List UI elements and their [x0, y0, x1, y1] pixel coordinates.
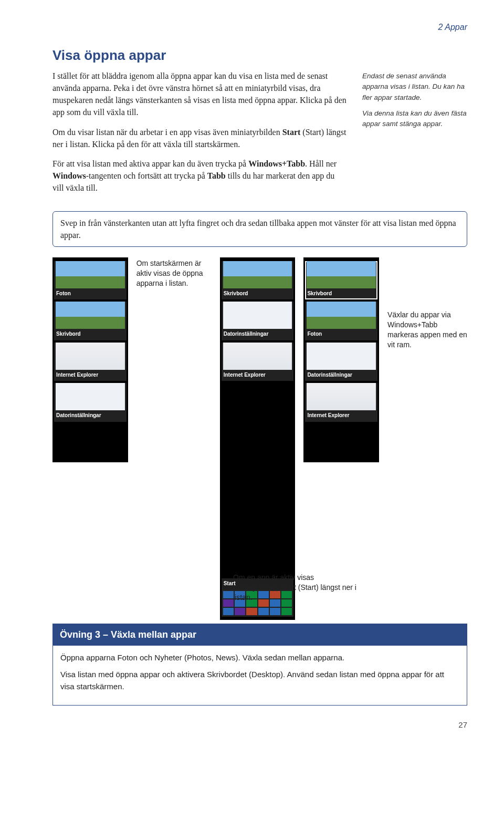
paragraph-2: Om du visar listan när du arbetar i en a…	[52, 126, 346, 150]
thumb-skrivbord: Skrivbord	[54, 302, 127, 340]
thumb-settings: Datorinställningar	[54, 383, 127, 422]
thumb-ie: Internet Explorer	[222, 343, 294, 381]
paragraph-3: För att visa listan med aktiva appar kan…	[52, 158, 346, 194]
thumb-label: Foton	[305, 329, 377, 340]
thumb-image	[56, 261, 125, 288]
thumb-ie: Internet Explorer	[54, 343, 127, 381]
side-note: Endast de senast använda apparna visas i…	[362, 46, 467, 201]
caption-tab: Växlar du appar via Windows+Tabb markera…	[387, 257, 467, 620]
thumb-foton: Foton	[54, 261, 127, 300]
thumb-skrivbord-selected: Skrivbord	[305, 261, 377, 300]
thumb-image	[56, 383, 125, 410]
thumb-label: Internet Explorer	[54, 370, 127, 381]
thumb-label: Datorinställningar	[54, 410, 127, 422]
exercise-box: Övning 3 – Växla mellan appar Öppna appa…	[52, 624, 467, 706]
thumb-label: Skrivbord	[305, 288, 377, 300]
thumb-label: Internet Explorer	[305, 410, 377, 422]
thumb-settings: Datorinställningar	[305, 343, 377, 381]
chapter-label: 2 Appar	[52, 21, 467, 33]
paragraph-1: I stället för att bläddra igenom alla öp…	[52, 70, 346, 119]
thumb-label: Internet Explorer	[222, 370, 294, 381]
thumb-image	[223, 343, 292, 370]
thumb-image	[307, 261, 376, 288]
app-switcher-strip-2: Skrivbord Datorinställningar Internet Ex…	[220, 257, 296, 620]
thumb-image	[223, 261, 292, 288]
exercise-body: Öppna apparna Foton och Nyheter (Photos,…	[52, 646, 467, 706]
thumb-label: Skrivbord	[222, 288, 294, 300]
tip-box: Svep in från vänsterkanten utan att lyft…	[52, 211, 467, 247]
thumb-image	[56, 302, 125, 329]
thumb-label: Datorinställningar	[305, 370, 377, 381]
thumb-image	[307, 343, 376, 370]
app-switcher-strip-1: Foton Skrivbord Internet Explorer Datori…	[52, 257, 128, 462]
exercise-heading: Övning 3 – Växla mellan appar	[52, 624, 467, 646]
thumb-skrivbord: Skrivbord	[222, 261, 294, 300]
section-heading: Visa öppna appar	[52, 46, 346, 66]
thumb-image	[56, 343, 125, 370]
exercise-p2: Visa listan med öppna appar och aktivera…	[60, 669, 459, 692]
thumb-label: Datorinställningar	[222, 329, 294, 340]
caption-start: Om en app är aktiv visas miniatyrbilden …	[233, 573, 359, 603]
thumb-image	[307, 383, 376, 410]
thumb-label: Foton	[54, 288, 127, 300]
thumb-label: Skrivbord	[54, 329, 127, 340]
thumb-image	[223, 302, 292, 329]
thumb-foton: Foton	[305, 302, 377, 340]
page-number: 27	[52, 719, 467, 731]
thumb-settings: Datorinställningar	[222, 302, 294, 340]
app-switcher-strip-3: Skrivbord Foton Datorinställningar Inter…	[303, 257, 379, 462]
caption-startskarm: Om startskärmen är aktiv visas de öppna …	[136, 257, 212, 620]
thumb-image	[307, 302, 376, 329]
thumb-ie: Internet Explorer	[305, 383, 377, 422]
exercise-p1: Öppna apparna Foton och Nyheter (Photos,…	[60, 652, 459, 664]
screenshots-row: Foton Skrivbord Internet Explorer Datori…	[52, 257, 467, 620]
